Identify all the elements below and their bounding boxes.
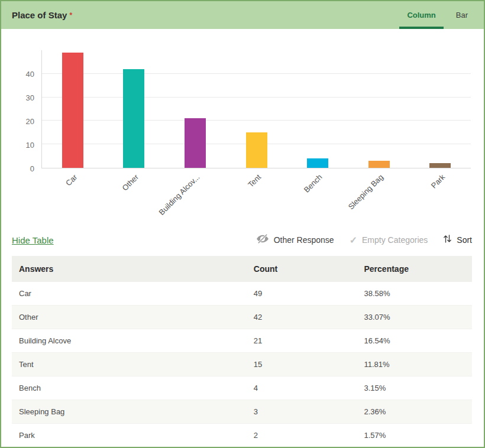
cell-answer: Other	[12, 306, 247, 329]
cell-count: 21	[247, 329, 357, 353]
required-asterisk: *	[69, 11, 72, 20]
eye-slash-icon	[256, 233, 269, 246]
card-header: Place of Stay * Column Bar	[1, 1, 484, 29]
table-row: Bench43.15%	[12, 376, 472, 400]
cell-percentage: 16.54%	[357, 329, 472, 353]
cell-answer: Bench	[12, 376, 247, 400]
header-answers: Answers	[12, 256, 247, 282]
x-axis-label: Tent	[246, 173, 263, 189]
cell-percentage: 3.15%	[357, 376, 472, 400]
table-row: Building Alcove2116.54%	[12, 329, 472, 353]
bar-slot: Car	[42, 50, 104, 168]
y-axis-tick-label: 0	[30, 164, 34, 173]
table-row: Sleeping Bag32.36%	[12, 400, 472, 424]
cell-percentage: 1.57%	[357, 424, 472, 447]
tab-bar[interactable]: Bar	[446, 1, 478, 29]
bar-slot: Bench	[287, 50, 348, 168]
hide-table-link[interactable]: Hide Table	[12, 235, 54, 245]
cell-count: 15	[247, 353, 357, 376]
cell-answer: Park	[12, 424, 247, 447]
table-header-row: Answers Count Percentage	[12, 256, 472, 282]
header-percentage: Percentage	[357, 256, 472, 282]
sort-button[interactable]: Sort	[443, 234, 472, 246]
tab-column-label: Column	[407, 11, 435, 20]
bar-car[interactable]	[62, 53, 83, 168]
table-controls: Hide Table Other Response ✓ Empty Catego…	[1, 231, 484, 249]
cell-percentage: 11.81%	[357, 353, 472, 376]
x-axis-label: Sleeping Bag	[347, 173, 385, 211]
x-axis-label: Bench	[302, 173, 324, 194]
x-axis-label: Park	[429, 173, 447, 190]
y-axis-tick-label: 20	[26, 117, 34, 126]
tab-bar-label: Bar	[456, 11, 468, 20]
table-row: Tent1511.81%	[12, 353, 472, 376]
chart-section: 010203040 CarOtherBuilding Alcov...TentB…	[1, 29, 484, 168]
cell-count: 4	[247, 376, 357, 400]
column-chart: 010203040 CarOtherBuilding Alcov...TentB…	[13, 50, 471, 168]
bar-park[interactable]	[429, 163, 451, 168]
cell-count: 2	[247, 424, 357, 447]
page-title: Place of Stay	[12, 10, 67, 20]
bar-building-alcov[interactable]	[185, 118, 206, 168]
sort-arrows-icon	[443, 234, 452, 246]
y-axis-tick-label: 10	[26, 141, 34, 150]
survey-question-card: Place of Stay * Column Bar 010203040 Car…	[0, 0, 485, 448]
header-count: Count	[247, 256, 357, 282]
bar-tent[interactable]	[246, 132, 267, 168]
answers-table: Answers Count Percentage Car4938.58%Othe…	[12, 256, 472, 447]
plot-area: CarOtherBuilding Alcov...TentBenchSleepi…	[41, 50, 471, 168]
cell-answer: Building Alcove	[12, 329, 247, 353]
table-row: Car4938.58%	[12, 282, 472, 306]
table-head: Answers Count Percentage	[12, 256, 472, 282]
empty-categories-label: Empty Categories	[362, 235, 428, 245]
table-body: Car4938.58%Other4233.07%Building Alcove2…	[12, 282, 472, 447]
x-axis-label: Other	[120, 173, 140, 193]
bar-slot: Park	[409, 50, 471, 168]
title-wrap: Place of Stay *	[12, 1, 397, 29]
bar-bench[interactable]	[307, 158, 328, 168]
other-response-toggle[interactable]: Other Response	[256, 233, 334, 246]
bar-sleeping-bag[interactable]	[368, 161, 390, 168]
x-axis-label: Building Alcov...	[157, 173, 202, 217]
tab-column[interactable]: Column	[397, 1, 445, 29]
empty-categories-toggle[interactable]: ✓ Empty Categories	[350, 235, 428, 246]
sort-label: Sort	[457, 235, 472, 245]
table-row: Other4233.07%	[12, 306, 472, 329]
bar-slot: Building Alcov...	[164, 50, 226, 168]
y-axis-tick-label: 30	[26, 93, 34, 102]
table-row: Park21.57%	[12, 424, 472, 447]
chart-type-tabs: Column Bar	[397, 1, 478, 29]
cell-count: 49	[247, 282, 357, 306]
y-axis-tick-label: 40	[26, 70, 34, 79]
cell-answer: Sleeping Bag	[12, 400, 247, 424]
bar-slot: Sleeping Bag	[348, 50, 410, 168]
cell-count: 42	[247, 306, 357, 329]
bar-other[interactable]	[123, 69, 144, 168]
bar-slot: Other	[104, 50, 165, 168]
cell-percentage: 2.36%	[357, 400, 472, 424]
other-response-label: Other Response	[274, 235, 334, 245]
x-axis-label: Car	[64, 173, 79, 187]
bar-slot: Tent	[226, 50, 287, 168]
cell-percentage: 33.07%	[357, 306, 472, 329]
cell-answer: Tent	[12, 353, 247, 376]
cell-count: 3	[247, 400, 357, 424]
right-controls: Other Response ✓ Empty Categories Sort	[241, 233, 472, 246]
check-icon: ✓	[350, 235, 357, 246]
y-axis: 010203040	[13, 50, 41, 168]
cell-percentage: 38.58%	[357, 282, 472, 306]
cell-answer: Car	[12, 282, 247, 306]
